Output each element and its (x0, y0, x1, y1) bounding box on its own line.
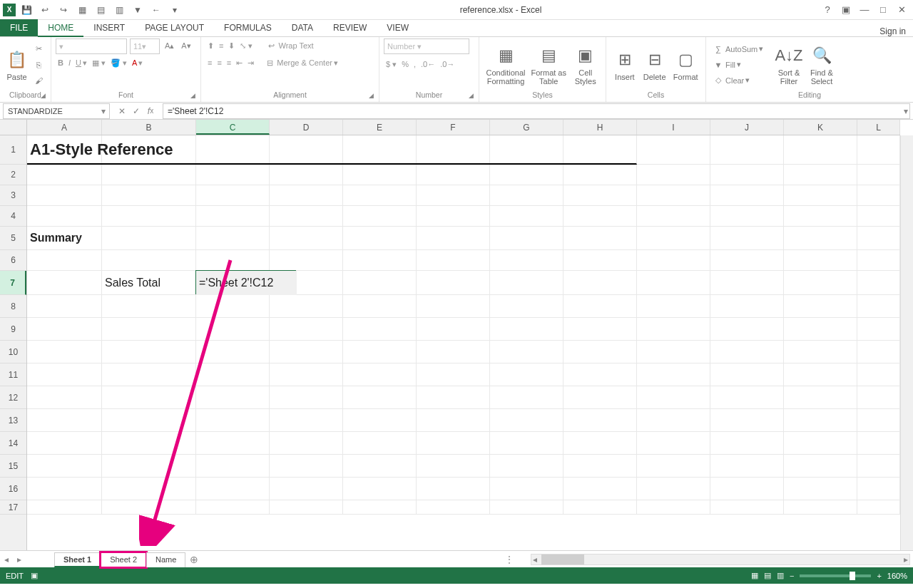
tab-insert[interactable]: INSERT (83, 19, 135, 36)
enter-formula-button[interactable]: ✓ (130, 105, 143, 118)
cell[interactable] (563, 341, 637, 363)
cell[interactable] (417, 363, 490, 386)
cell[interactable] (417, 185, 490, 206)
cell[interactable] (270, 250, 343, 271)
cell[interactable] (196, 165, 270, 185)
cell[interactable] (102, 318, 196, 341)
cell[interactable] (102, 500, 196, 515)
cell[interactable] (784, 500, 857, 515)
delete-cells-button[interactable]: ⊟Delete (641, 48, 669, 81)
row-header[interactable]: 9 (0, 318, 26, 341)
cell[interactable] (637, 386, 710, 409)
column-header[interactable]: E (343, 120, 417, 135)
qat-save-button[interactable]: 💾 (19, 2, 34, 18)
tab-formulas[interactable]: FORMULAS (214, 19, 282, 36)
cell[interactable] (857, 500, 900, 515)
qat-redo-button[interactable]: ↪ (56, 2, 71, 18)
align-middle-button[interactable]: ≡ (217, 38, 225, 53)
cell[interactable] (417, 227, 490, 250)
row-header[interactable]: 17 (0, 500, 26, 515)
cell[interactable] (270, 206, 343, 227)
format-painter-button[interactable]: 🖌 (31, 73, 46, 88)
cell[interactable] (637, 185, 710, 206)
cell-styles-button[interactable]: ▣Cell Styles (569, 44, 601, 86)
cell[interactable] (417, 409, 490, 432)
align-top-button[interactable]: ⬆ (205, 38, 216, 53)
cell[interactable] (710, 363, 784, 386)
clear-button[interactable]: ◇Clear ▾ (710, 73, 772, 88)
cell[interactable] (710, 318, 784, 341)
cell[interactable] (710, 271, 784, 295)
view-pagelayout-button[interactable]: ▤ (764, 571, 771, 580)
insert-cells-button[interactable]: ⊞Insert (611, 48, 639, 81)
cell[interactable] (343, 318, 417, 341)
cell[interactable] (27, 363, 102, 386)
row-header[interactable]: 13 (0, 409, 26, 432)
percent-button[interactable]: % (399, 57, 411, 71)
cell[interactable] (417, 206, 490, 227)
row-header[interactable]: 11 (0, 363, 26, 386)
align-left-button[interactable]: ≡ (205, 56, 214, 70)
tab-pagelayout[interactable]: PAGE LAYOUT (135, 19, 214, 36)
cell[interactable] (857, 478, 900, 500)
fill-button[interactable]: ▼Fill ▾ (710, 58, 772, 72)
cell[interactable] (270, 409, 343, 432)
close-button[interactable]: ✕ (893, 3, 910, 17)
row-header[interactable]: 5 (0, 227, 26, 250)
align-bottom-button[interactable]: ⬇ (226, 38, 237, 53)
cell[interactable] (784, 271, 857, 295)
wrap-text-button[interactable]: ↩Wrap Text (263, 38, 315, 53)
cell[interactable] (196, 455, 270, 478)
cell[interactable] (490, 185, 563, 206)
cell[interactable] (857, 455, 900, 478)
cell[interactable] (563, 478, 637, 500)
cell[interactable] (857, 271, 900, 295)
comma-button[interactable]: , (412, 57, 418, 71)
cell[interactable] (102, 165, 196, 185)
column-header[interactable]: L (857, 120, 900, 135)
cell[interactable] (710, 165, 784, 185)
scrollbar-thumb[interactable] (541, 555, 584, 564)
cell[interactable] (637, 455, 710, 478)
cell[interactable] (710, 227, 784, 250)
row-header[interactable]: 14 (0, 432, 26, 455)
row-header[interactable]: 7 (0, 271, 26, 295)
cell[interactable] (490, 271, 563, 295)
column-header[interactable]: F (417, 120, 490, 135)
cell[interactable] (784, 341, 857, 363)
cell[interactable] (417, 165, 490, 185)
sheet-tab[interactable]: Name (146, 552, 185, 567)
vertical-scrollbar[interactable] (900, 135, 913, 550)
cell[interactable] (563, 250, 637, 271)
cell[interactable] (563, 271, 637, 295)
cell[interactable] (196, 432, 270, 455)
cell[interactable] (857, 206, 900, 227)
cell[interactable] (27, 500, 102, 515)
cell[interactable] (343, 227, 417, 250)
cell[interactable] (784, 135, 857, 165)
cell[interactable] (784, 478, 857, 500)
qat-button[interactable]: ▥ (111, 2, 127, 18)
cell[interactable] (27, 318, 102, 341)
qat-button[interactable]: ▦ (74, 2, 90, 18)
cell[interactable] (343, 455, 417, 478)
cell[interactable] (637, 271, 710, 295)
cell[interactable] (343, 295, 417, 318)
column-header[interactable]: J (710, 120, 784, 135)
cell[interactable] (102, 250, 196, 271)
tab-view[interactable]: VIEW (377, 19, 419, 36)
tab-home[interactable]: HOME (38, 20, 83, 37)
signin-link[interactable]: Sign in (879, 26, 913, 36)
row-header[interactable]: 16 (0, 478, 26, 500)
cell[interactable] (102, 386, 196, 409)
zoom-slider[interactable] (800, 574, 871, 577)
orientation-button[interactable]: ⤡ ▾ (238, 38, 255, 53)
cell[interactable] (27, 295, 102, 318)
qat-button[interactable]: ▤ (93, 2, 108, 18)
font-color-button[interactable]: A ▾ (130, 56, 145, 70)
cell-c7-editing[interactable]: ='Sheet 2'!C12 (196, 271, 297, 295)
sheet-tab[interactable]: Sheet 2 (101, 552, 146, 567)
cell[interactable] (196, 409, 270, 432)
cell[interactable] (270, 318, 343, 341)
sheet-nav-prev-button[interactable]: ◂ (0, 555, 13, 564)
